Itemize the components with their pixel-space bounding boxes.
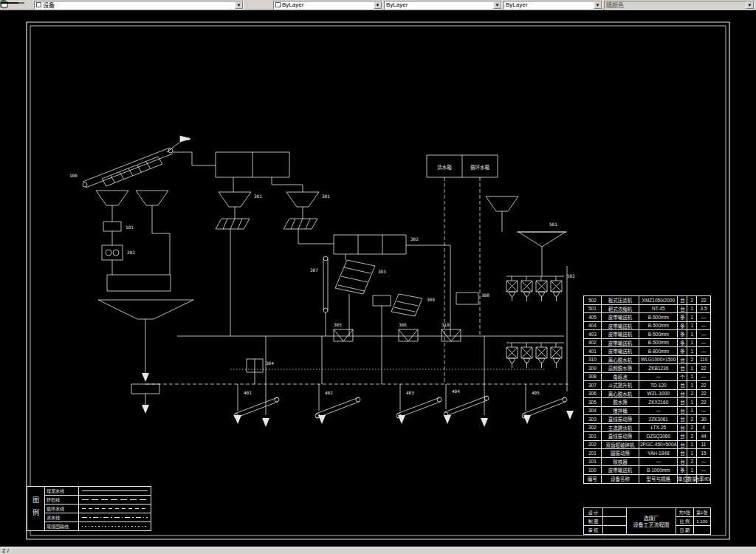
legend-item: 尾煤回输线 — [45, 522, 151, 530]
legend-title: 图例 — [27, 487, 45, 530]
equipment-tag: 308 — [481, 293, 489, 298]
equipment-row: 304搅拌桶—台1— — [584, 407, 710, 416]
legend-line-sample — [82, 526, 148, 527]
equipment-tag: 301 — [254, 194, 262, 199]
scale-value: 1:100 — [694, 517, 711, 525]
equipment-tag: 101 — [126, 225, 134, 230]
linetype-value: ByLayer — [386, 1, 408, 8]
equipment-tag: 306 — [399, 322, 407, 327]
linetype-combo-arrow[interactable]: ▼ — [493, 1, 501, 9]
color-combo-arrow[interactable]: ▼ — [374, 1, 382, 9]
equipment-row: 403皮带输送机B-500mm条1— — [584, 330, 710, 339]
color-value: ByLayer — [282, 1, 303, 8]
equipment-row: 402皮带输送机B-500mm条1— — [584, 339, 710, 348]
equipment-row: 202双齿辊破碎机2PGC-450×500A台111 — [584, 441, 710, 450]
equipment-tag: 305 — [334, 322, 342, 327]
review-label: 审 核 — [584, 526, 603, 534]
equipment-row: 303直线振动筛2ZK3061台230 — [584, 415, 710, 424]
equipment-tag: 403 — [406, 390, 414, 395]
equipment-table: 502板式压滤机XMZ1050/2000台222501耙式浓缩机NT-45台13… — [583, 295, 711, 484]
lineweight-value: ByLayer — [506, 1, 527, 8]
legend-item: 矸石线 — [45, 496, 151, 505]
legend-item: 清水线 — [45, 513, 151, 522]
equipment-row: 401皮带输送机B-800mm条1— — [584, 347, 710, 356]
equipment-tag: 404 — [452, 389, 460, 394]
legend-item: 循环水线 — [45, 505, 151, 513]
equipment-row: 201圆振动筛YAH-1848台115 — [584, 449, 710, 458]
layer-combo-arrow[interactable]: ▼ — [235, 1, 243, 9]
equipment-row: 301直线振动筛DZSQ3060台244 — [584, 432, 710, 441]
layer-previous-button[interactable] — [259, 1, 272, 10]
layer-name: 设备 — [43, 1, 55, 9]
sheet-total: 共5张 — [676, 508, 694, 516]
equipment-tag: 401 — [244, 390, 252, 395]
equipment-row: 310离心脱水机WLG1000×1500台2110 — [584, 356, 710, 365]
equipment-row: 502板式压滤机XMZ1050/2000台222 — [584, 296, 710, 305]
equipment-row: 405皮带输送机B-500mm条1— — [584, 313, 710, 322]
equipment-tag: 501 — [549, 222, 557, 227]
water-box-label-right: 循环水箱 — [470, 164, 490, 171]
linetype-combo[interactable]: ByLayer ▼ — [384, 1, 502, 10]
title-block-meta: 共5张 第1张 比 例 1:100 日 期 — [676, 508, 710, 534]
make-layer-current-button[interactable] — [245, 1, 258, 10]
status-bar: 2 / — [0, 547, 756, 554]
legend: 图例 煤泥水线矸石线循环水线清水线尾煤回输线 — [27, 486, 151, 531]
sheet-number: 第1张 — [694, 508, 711, 516]
equipment-tag: 307 — [310, 267, 318, 273]
equipment-row: 305脱水筛ZKX2160台122 — [584, 398, 710, 407]
equipment-row: 501耙式浓缩机NT-45台13.5 — [584, 305, 710, 314]
equipment-tag: 309 — [427, 297, 435, 302]
legend-line-sample — [82, 490, 148, 491]
equipment-row: 308角砾池—个1— — [584, 373, 710, 382]
lineweight-combo-arrow[interactable]: ▼ — [594, 1, 602, 9]
legend-line-sample — [82, 508, 148, 509]
water-box-label-left: 清水箱 — [437, 164, 452, 171]
date-label: 日 期 — [676, 526, 694, 534]
drawing-title-line1: 选煤厂 — [644, 515, 659, 521]
object-properties-toolbar: 设备 ▼ ByLayer ▼ ByLayer ▼ — [0, 0, 756, 10]
drawing-title-line2: 设备工艺流程图 — [633, 521, 670, 528]
equipment-row: 309高频脱水筛ZKB1236台122 — [584, 364, 710, 373]
equipment-tag: 301 — [322, 194, 330, 199]
plotstyle-combo-arrow: ▼ — [746, 1, 754, 9]
equipment-tag: 502 — [567, 273, 575, 278]
legend-line-sample — [82, 517, 148, 518]
equipment-tag: 310 — [441, 322, 450, 327]
equipment-tag: 201 — [182, 136, 190, 141]
equipment-tag: 202 — [127, 250, 135, 255]
drawing-title: 选煤厂 设备工艺流程图 — [627, 508, 676, 534]
equipment-row: 302主选跳汰机LTX-25台24 — [584, 424, 710, 433]
layer-color-swatch — [36, 2, 41, 7]
plotstyle-value: 随颜色 — [606, 1, 624, 9]
equipment-row: 404皮带输送机B-500mm条1— — [584, 322, 710, 331]
status-text: 2 / — [2, 547, 9, 554]
layer-combo[interactable]: 设备 ▼ — [34, 1, 244, 10]
scale-label: 比 例 — [676, 517, 694, 525]
drawing-canvas[interactable]: 清水箱 循环水箱 1002011012023013013023033073043… — [0, 10, 756, 547]
draft-label: 制 图 — [584, 517, 603, 525]
title-block-signatures: 设 计 制 图 审 核 — [584, 508, 627, 534]
legend-item: 煤泥水线 — [45, 487, 151, 496]
cad-window: 设备 ▼ ByLayer ▼ ByLayer ▼ — [0, 0, 756, 554]
plotstyle-combo: 随颜色 ▼ — [604, 1, 755, 10]
equipment-tag: 402 — [325, 390, 333, 395]
equipment-row: 100皮带输送机B-1000mm条1— — [584, 466, 710, 475]
equipment-tag: 302 — [410, 236, 419, 242]
equipment-tag: 405 — [532, 390, 540, 395]
legend-rows: 煤泥水线矸石线循环水线清水线尾煤回输线 — [45, 487, 151, 530]
lineweight-combo[interactable]: ByLayer ▼ — [504, 1, 602, 10]
equipment-row: 306离心脱水机WZL-1000台222 — [584, 390, 710, 399]
equipment-row: 101除铁器—台2— — [584, 458, 710, 467]
color-swatch — [275, 2, 281, 7]
legend-line-sample — [82, 499, 148, 500]
equipment-tag: 303 — [378, 269, 386, 274]
equipment-tag: 304 — [266, 360, 274, 366]
color-combo[interactable]: ByLayer ▼ — [273, 1, 382, 10]
design-label: 设 计 — [584, 508, 603, 516]
equipment-row: 307斗式提升机TD-120台122 — [584, 381, 710, 390]
equipment-table-header: 编号设备名称型号与规格单位数量功率/KW — [584, 475, 710, 484]
title-block: 设 计 制 图 审 核 选煤厂 设备工艺流程图 共5张 第1张 比 例 1:10… — [583, 507, 711, 535]
equipment-tag: 100 — [69, 173, 78, 178]
